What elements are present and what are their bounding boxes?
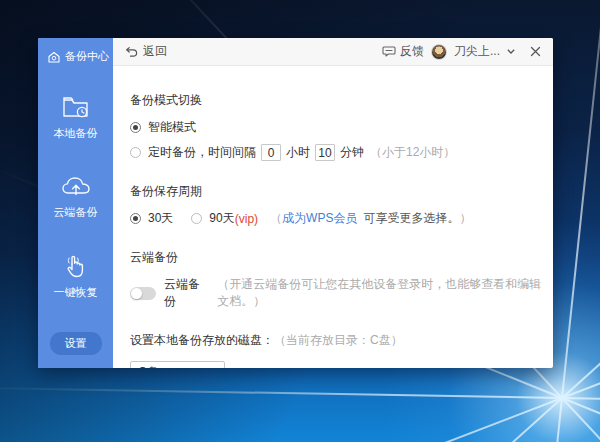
settings-content: 备份模式切换 智能模式 定时备份，时间间隔 小时 分钟 （小于12小时） — [113, 66, 553, 368]
topbar-right: 反馈 刀尖上... — [382, 43, 541, 60]
cloud-backup-toggle[interactable] — [130, 287, 156, 300]
retention-30-label: 30天 — [148, 210, 173, 227]
retention-options: 30天 90天 (vip) （ 成为WPS会员 可享受更多选择。 ） — [130, 210, 553, 227]
back-label: 返回 — [143, 43, 167, 60]
minutes-input[interactable] — [315, 144, 335, 161]
cloud-backup-row: 云端备份 （开通云端备份可让您在其他设备登录时，也能够查看和编辑文档。） — [130, 276, 553, 310]
timed-backup-radio[interactable] — [130, 147, 141, 158]
back-arrow-icon — [125, 46, 138, 58]
smart-mode-label: 智能模式 — [148, 119, 196, 136]
feedback-label: 反馈 — [400, 43, 424, 60]
folder-clock-icon — [60, 94, 92, 121]
sidebar-item-label: 本地备份 — [54, 126, 98, 141]
smart-mode-option: 智能模式 — [130, 119, 553, 136]
cloud-backup-hint: （开通云端备份可让您在其他设备登录时，也能够查看和编辑文档。） — [217, 276, 553, 310]
retention-90-radio[interactable] — [191, 213, 202, 224]
paren-close: ） — [459, 210, 471, 227]
disk-section: 设置本地备份存放的磁盘： （当前存放目录：C盘） C盘 — [130, 332, 553, 368]
section-title: 云端备份 — [130, 249, 553, 266]
user-menu-button[interactable] — [507, 49, 515, 54]
cloud-upload-icon — [59, 173, 93, 200]
vip-tag: (vip) — [235, 212, 258, 226]
retention-30-radio[interactable] — [130, 213, 141, 224]
sidebar: 备份中心 本地备份 云端备份 — [38, 38, 113, 368]
sidebar-item-local-backup[interactable]: 本地备份 — [54, 94, 98, 141]
disk-select-value: C盘 — [138, 364, 159, 369]
sidebar-item-one-click-restore[interactable]: 一键恢复 — [54, 252, 98, 300]
timed-backup-hint: （小于12小时） — [370, 144, 455, 161]
feedback-button[interactable]: 反馈 — [382, 43, 424, 60]
backup-center-window: 备份中心 本地备份 云端备份 — [38, 38, 553, 368]
disk-title-row: 设置本地备份存放的磁盘： （当前存放目录：C盘） — [130, 332, 553, 349]
wps-member-link[interactable]: 成为WPS会员 — [282, 210, 357, 227]
disk-current-dir-hint: （当前存放目录：C盘） — [274, 332, 403, 349]
cloud-backup-section: 云端备份 云端备份 （开通云端备份可让您在其他设备登录时，也能够查看和编辑文档。… — [130, 249, 553, 310]
sidebar-nav: 本地备份 云端备份 一键恢复 — [54, 94, 98, 332]
retention-90-label: 90天 — [209, 210, 234, 227]
feedback-bubble-icon — [382, 45, 396, 58]
sidebar-item-label: 云端备份 — [54, 205, 98, 220]
retention-section: 备份保存周期 30天 90天 (vip) （ 成为WPS会员 可享受更多选择。 … — [130, 183, 553, 227]
minutes-unit-label: 分钟 — [340, 144, 364, 161]
disk-section-title: 设置本地备份存放的磁盘： — [130, 332, 274, 349]
smart-mode-radio[interactable] — [130, 122, 141, 133]
app-logo: 备份中心 — [38, 38, 109, 64]
hours-unit-label: 小时 — [286, 144, 310, 161]
settings-button[interactable]: 设置 — [50, 332, 102, 355]
hours-input[interactable] — [261, 144, 281, 161]
backup-mode-section: 备份模式切换 智能模式 定时备份，时间间隔 小时 分钟 （小于12小时） — [130, 92, 553, 161]
close-button[interactable] — [530, 46, 541, 57]
timed-backup-option: 定时备份，时间间隔 小时 分钟 （小于12小时） — [130, 144, 553, 161]
paren-open: （ — [270, 210, 282, 227]
user-avatar[interactable] — [431, 44, 447, 60]
sidebar-item-label: 一键恢复 — [54, 285, 98, 300]
section-title: 备份保存周期 — [130, 183, 553, 200]
username[interactable]: 刀尖上... — [454, 43, 500, 60]
main-panel: 返回 反馈 刀尖上... — [113, 38, 553, 368]
section-title: 备份模式切换 — [130, 92, 553, 109]
member-benefit-text: 可享受更多选择。 — [363, 210, 459, 227]
window-topbar: 返回 反馈 刀尖上... — [113, 38, 553, 66]
cloud-backup-toggle-label: 云端备份 — [164, 276, 207, 310]
disk-select[interactable]: C盘 — [130, 361, 225, 368]
timed-backup-label: 定时备份，时间间隔 — [148, 144, 256, 161]
app-title: 备份中心 — [65, 49, 109, 64]
chevron-down-icon — [507, 49, 515, 54]
back-button[interactable]: 返回 — [125, 43, 167, 60]
sidebar-item-cloud-backup[interactable]: 云端备份 — [54, 173, 98, 220]
home-icon — [47, 50, 61, 64]
hand-click-icon — [61, 252, 91, 280]
close-icon — [530, 46, 541, 57]
